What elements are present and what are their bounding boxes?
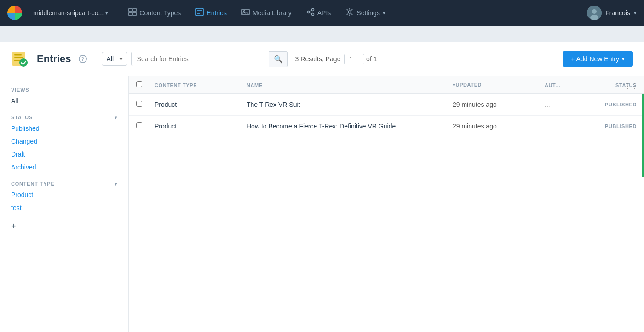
- row1-author: ...: [545, 101, 591, 108]
- row1-content-type: Product: [155, 101, 247, 108]
- status-section-label: STATUS ▾: [0, 111, 128, 122]
- sidebar-item-archived[interactable]: Archived: [0, 161, 128, 174]
- updated-col-header[interactable]: ▾UPDATED: [453, 82, 545, 88]
- nav-apis[interactable]: APIs: [301, 5, 337, 21]
- page-title: Entries: [37, 53, 71, 65]
- row2-content-type: Product: [155, 122, 247, 130]
- row1-updated: 29 minutes ago: [453, 101, 545, 108]
- entries-nav-icon: [196, 8, 204, 18]
- row1-status: PUBLISHED: [591, 102, 637, 107]
- page-number-input[interactable]: [344, 54, 364, 64]
- settings-label: Settings: [356, 9, 380, 17]
- settings-dropdown-icon: ▾: [383, 10, 385, 16]
- apis-label: APIs: [317, 9, 331, 17]
- media-library-icon: [242, 8, 250, 18]
- subheader-bar: [0, 26, 644, 42]
- user-dropdown-icon: ▾: [634, 10, 637, 16]
- add-new-entry-button[interactable]: + Add New Entry ▾: [563, 51, 633, 67]
- sidebar-item-product[interactable]: Product: [0, 188, 128, 201]
- row1-name: The T-Rex VR Suit: [247, 101, 453, 108]
- project-dropdown-icon: ▾: [105, 10, 108, 16]
- row2-check: [136, 122, 155, 130]
- topnav-right: Francois ▾: [587, 6, 637, 20]
- row2-status: PUBLISHED: [591, 123, 637, 129]
- search-input[interactable]: [131, 52, 269, 66]
- svg-rect-2: [129, 12, 132, 16]
- search-button[interactable]: 🔍: [269, 51, 288, 67]
- svg-rect-20: [14, 54, 22, 56]
- row2-name: How to Become a Fierce T-Rex: Definitive…: [247, 122, 453, 130]
- content-types-icon: [128, 8, 137, 18]
- row1-check: [136, 100, 155, 109]
- content-type-section-label: CONTENT TYPE ▾: [0, 177, 128, 188]
- table-row[interactable]: Product The T-Rex VR Suit 29 minutes ago…: [129, 94, 644, 116]
- entries-header: Entries ? All 🔍 3 Results, Page of 1 + A…: [0, 42, 644, 76]
- results-info: 3 Results, Page of 1: [295, 54, 377, 64]
- apis-icon: [306, 8, 315, 18]
- add-button-chevron-icon: ▾: [622, 56, 625, 62]
- user-name: Francois: [605, 9, 630, 17]
- add-filter-button[interactable]: +: [0, 218, 128, 235]
- svg-point-18: [590, 15, 598, 20]
- sidebar-item-draft[interactable]: Draft: [0, 148, 128, 161]
- main-content: Entries ? All 🔍 3 Results, Page of 1 + A…: [0, 42, 644, 332]
- content-area: VIEWS All STATUS ▾ Published Changed Dra…: [0, 76, 644, 332]
- row2-checkbox[interactable]: [136, 122, 142, 128]
- svg-point-11: [311, 9, 314, 11]
- svg-point-9: [243, 11, 245, 12]
- content-type-col-header: CONTENT TYPE: [155, 81, 247, 89]
- status-filter-arrow-icon: ▾: [115, 115, 117, 120]
- nav-entries[interactable]: Entries: [190, 5, 232, 21]
- table-header-wrap: CONTENT TYPE NAME ▾UPDATED AUT... STATUS: [129, 76, 644, 94]
- nav-media-library[interactable]: Media Library: [236, 5, 297, 21]
- select-all-check-col: [136, 81, 155, 89]
- project-name: middleman-snipcart-co...: [33, 9, 104, 17]
- svg-point-15: [348, 11, 351, 13]
- content-types-label: Content Types: [139, 9, 181, 17]
- views-section-label: VIEWS: [0, 83, 128, 94]
- search-area: All 🔍: [102, 51, 288, 67]
- entries-nav-label: Entries: [207, 9, 227, 17]
- app-logo: [7, 6, 22, 20]
- search-input-wrap: 🔍: [131, 51, 288, 67]
- sidebar-item-published[interactable]: Published: [0, 122, 128, 135]
- media-library-label: Media Library: [253, 9, 292, 17]
- settings-icon: [345, 8, 354, 18]
- svg-rect-3: [133, 12, 136, 16]
- svg-point-23: [19, 58, 28, 67]
- sidebar-all-link[interactable]: All: [0, 94, 128, 107]
- table-row[interactable]: Product How to Become a Fierce T-Rex: De…: [129, 116, 644, 137]
- sidebar-item-changed[interactable]: Changed: [0, 135, 128, 148]
- svg-point-17: [592, 9, 597, 14]
- project-selector[interactable]: middleman-snipcart-co... ▾: [29, 7, 112, 18]
- table-header: CONTENT TYPE NAME ▾UPDATED AUT... STATUS: [129, 76, 644, 94]
- content-type-filter-arrow-icon: ▾: [115, 181, 117, 186]
- svg-point-10: [307, 11, 309, 13]
- row2-updated: 29 minutes ago: [453, 122, 545, 130]
- svg-rect-21: [14, 57, 23, 58]
- svg-point-12: [311, 13, 314, 16]
- sidebar-item-test[interactable]: test: [0, 201, 128, 214]
- nav-settings[interactable]: Settings ▾: [340, 5, 391, 21]
- row1-checkbox[interactable]: [136, 101, 142, 107]
- help-icon[interactable]: ?: [79, 55, 87, 63]
- name-col-header: NAME: [247, 81, 453, 89]
- topnav: middleman-snipcart-co... ▾ Content Types…: [0, 0, 644, 26]
- author-col-header: AUT...: [545, 81, 591, 89]
- avatar[interactable]: [587, 6, 602, 20]
- table-area: CONTENT TYPE NAME ▾UPDATED AUT... STATUS: [129, 76, 644, 332]
- svg-rect-0: [129, 8, 132, 12]
- search-icon: 🔍: [274, 55, 283, 64]
- filter-select[interactable]: All: [102, 52, 127, 66]
- row2-author: ...: [545, 122, 591, 130]
- svg-line-13: [309, 11, 311, 12]
- sidebar: VIEWS All STATUS ▾ Published Changed Dra…: [0, 76, 129, 332]
- svg-line-14: [309, 12, 311, 14]
- svg-rect-1: [133, 8, 136, 12]
- entries-page-icon: [11, 50, 29, 68]
- select-all-checkbox[interactable]: [136, 81, 142, 87]
- status-bar: [642, 94, 644, 177]
- columns-toggle-icon[interactable]: ⋮⋮: [624, 82, 638, 90]
- nav-content-types[interactable]: Content Types: [123, 5, 186, 21]
